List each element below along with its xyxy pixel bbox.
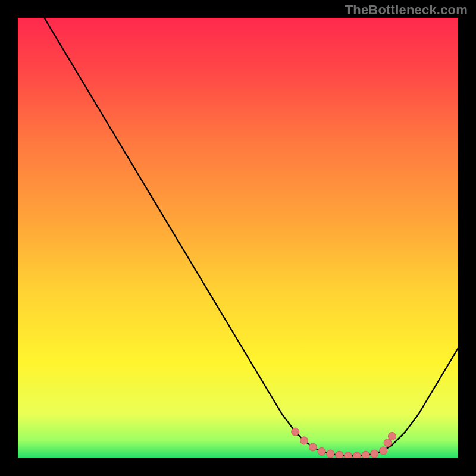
marker-dot bbox=[353, 452, 361, 458]
chart-svg bbox=[18, 18, 458, 458]
marker-dot bbox=[327, 450, 334, 458]
chart-root: TheBottleneck.com bbox=[0, 0, 476, 476]
marker-dot bbox=[371, 450, 378, 458]
watermark-text: TheBottleneck.com bbox=[345, 2, 468, 18]
marker-dot bbox=[300, 437, 308, 444]
marker-dot bbox=[345, 452, 352, 458]
marker-dot bbox=[292, 428, 299, 436]
plot-area bbox=[18, 18, 458, 458]
marker-dot bbox=[309, 443, 317, 451]
marker-dot bbox=[362, 451, 369, 458]
marker-dot bbox=[336, 451, 343, 458]
marker-dot bbox=[384, 439, 392, 447]
marker-dot bbox=[389, 433, 396, 440]
marker-dot bbox=[380, 447, 387, 455]
marker-dot bbox=[318, 447, 325, 455]
